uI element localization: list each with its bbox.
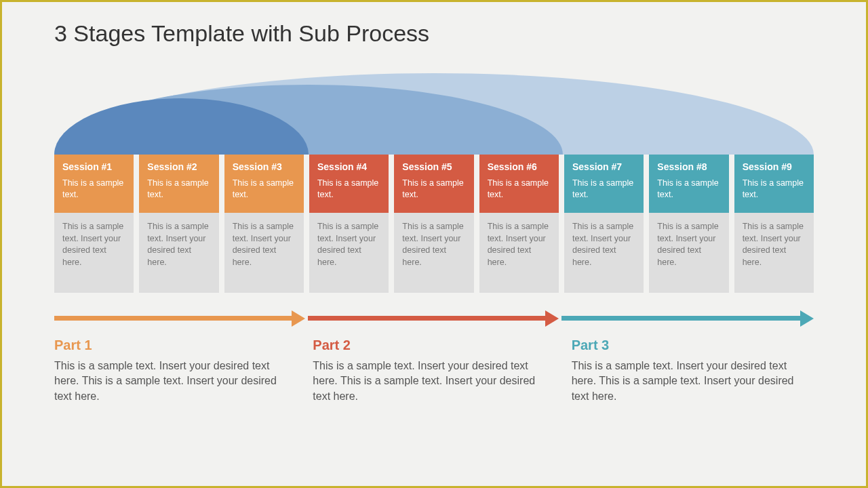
session-detail: This is a sample text. Insert your desir… bbox=[564, 213, 644, 293]
session-card: Session #5This is a sample text.This is … bbox=[394, 155, 473, 293]
part-block: Part 1This is a sample text. Insert your… bbox=[54, 333, 296, 404]
part-title: Part 1 bbox=[54, 338, 296, 353]
slide-title: 3 Stages Template with Sub Process bbox=[54, 20, 429, 47]
session-header: Session #1This is a sample text. bbox=[54, 155, 134, 213]
part-title: Part 2 bbox=[313, 338, 555, 353]
session-detail: This is a sample text. Insert your desir… bbox=[54, 213, 134, 293]
session-card: Session #9This is a sample text.This is … bbox=[734, 155, 814, 293]
session-card: Session #1This is a sample text.This is … bbox=[54, 155, 134, 293]
part-body: This is a sample text. Insert your desir… bbox=[313, 359, 555, 404]
part-block: Part 3This is a sample text. Insert your… bbox=[572, 333, 814, 404]
arrow-part-2 bbox=[308, 316, 559, 321]
part-block: Part 2This is a sample text. Insert your… bbox=[313, 333, 555, 404]
session-subtext: This is a sample text. bbox=[572, 178, 635, 201]
session-card: Session #7This is a sample text.This is … bbox=[564, 155, 644, 293]
part-body: This is a sample text. Insert your desir… bbox=[54, 359, 296, 404]
session-title: Session #3 bbox=[233, 161, 296, 172]
session-header: Session #4This is a sample text. bbox=[309, 155, 389, 213]
arrow-head-icon bbox=[292, 310, 305, 327]
session-subtext: This is a sample text. bbox=[402, 178, 465, 201]
session-title: Session #1 bbox=[62, 161, 125, 172]
session-title: Session #5 bbox=[402, 161, 465, 172]
session-subtext: This is a sample text. bbox=[233, 178, 296, 201]
session-detail: This is a sample text. Insert your desir… bbox=[309, 213, 389, 293]
arrow-part-1 bbox=[54, 316, 305, 321]
arrows-row bbox=[54, 312, 814, 328]
session-header: Session #6This is a sample text. bbox=[479, 155, 559, 213]
session-detail: This is a sample text. Insert your desir… bbox=[649, 213, 728, 293]
arrow-shaft bbox=[561, 316, 800, 321]
session-header: Session #2This is a sample text. bbox=[139, 155, 218, 213]
session-card: Session #2This is a sample text.This is … bbox=[139, 155, 218, 293]
session-card: Session #3This is a sample text.This is … bbox=[224, 155, 304, 293]
session-header: Session #5This is a sample text. bbox=[394, 155, 473, 213]
session-title: Session #8 bbox=[657, 161, 720, 172]
session-subtext: This is a sample text. bbox=[317, 178, 380, 201]
part-title: Part 3 bbox=[572, 338, 814, 353]
arrow-shaft bbox=[308, 316, 545, 321]
session-detail: This is a sample text. Insert your desir… bbox=[479, 213, 559, 293]
arrow-part-3 bbox=[561, 316, 814, 321]
session-header: Session #9This is a sample text. bbox=[734, 155, 814, 213]
session-title: Session #2 bbox=[147, 161, 210, 172]
session-title: Session #9 bbox=[743, 161, 806, 172]
arrow-head-icon bbox=[545, 310, 559, 327]
session-card: Session #4This is a sample text.This is … bbox=[309, 155, 389, 293]
session-title: Session #7 bbox=[572, 161, 635, 172]
session-subtext: This is a sample text. bbox=[147, 178, 210, 201]
arrow-shaft bbox=[54, 316, 292, 321]
session-header: Session #3This is a sample text. bbox=[224, 155, 304, 213]
session-detail: This is a sample text. Insert your desir… bbox=[139, 213, 218, 293]
arrow-head-icon bbox=[800, 310, 814, 327]
session-subtext: This is a sample text. bbox=[743, 178, 806, 201]
session-detail: This is a sample text. Insert your desir… bbox=[734, 213, 814, 293]
session-card: Session #8This is a sample text.This is … bbox=[649, 155, 728, 293]
session-card: Session #6This is a sample text.This is … bbox=[479, 155, 559, 293]
session-title: Session #4 bbox=[317, 161, 380, 172]
session-title: Session #6 bbox=[488, 161, 551, 172]
session-subtext: This is a sample text. bbox=[62, 178, 125, 201]
session-subtext: This is a sample text. bbox=[657, 178, 720, 201]
parts-row: Part 1This is a sample text. Insert your… bbox=[54, 333, 814, 404]
session-header: Session #8This is a sample text. bbox=[649, 155, 728, 213]
session-detail: This is a sample text. Insert your desir… bbox=[394, 213, 473, 293]
session-subtext: This is a sample text. bbox=[488, 178, 551, 201]
session-header: Session #7This is a sample text. bbox=[564, 155, 644, 213]
sessions-row: Session #1This is a sample text.This is … bbox=[54, 155, 814, 293]
session-detail: This is a sample text. Insert your desir… bbox=[224, 213, 304, 293]
part-body: This is a sample text. Insert your desir… bbox=[572, 359, 814, 404]
